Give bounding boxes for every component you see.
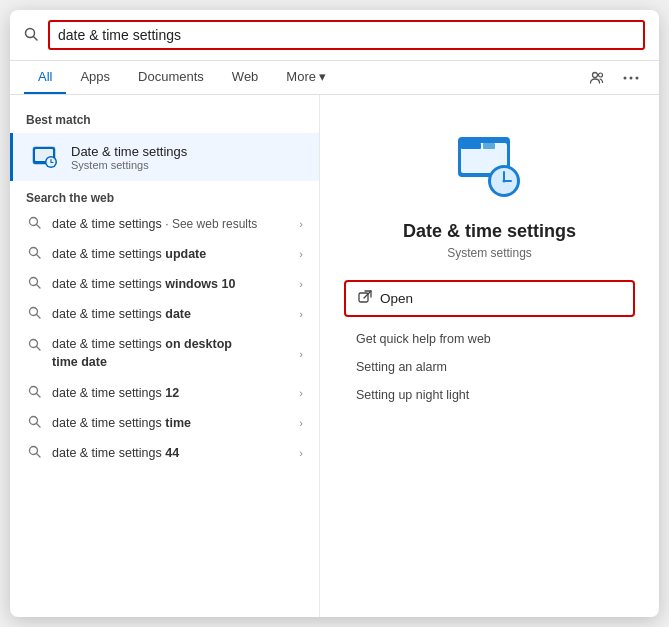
tab-all[interactable]: All [24,61,66,94]
tab-group: All Apps Documents Web More ▾ [24,61,340,94]
result-text: date & time settings · See web results [52,217,257,231]
search-icon [26,276,42,292]
search-icon [24,27,38,44]
result-text: date & time settings date [52,307,191,321]
result-text: date & time settings 44 [52,446,179,460]
svg-line-12 [36,225,40,229]
list-item[interactable]: date & time settings date › [10,299,319,329]
list-item[interactable]: date & time settings windows 10 › [10,269,319,299]
search-input[interactable] [48,20,645,50]
list-item[interactable]: date & time settings 44 › [10,438,319,468]
app-icon [450,125,530,205]
result-text: date & time settings on desktoptime date [52,336,232,371]
left-panel: Best match Date & time settings System s… [10,95,320,617]
alarm-link[interactable]: Setting an alarm [344,353,635,381]
chevron-right-icon: › [299,248,303,260]
people-icon-button[interactable] [583,64,611,92]
chevron-right-icon: › [299,447,303,459]
svg-line-18 [36,315,40,319]
best-match-item[interactable]: Date & time settings System settings [10,133,319,181]
best-match-title: Date & time settings [71,144,187,159]
svg-line-26 [36,454,40,458]
open-label: Open [380,291,413,306]
chevron-right-icon: › [299,278,303,290]
search-icon [26,338,42,354]
tab-documents[interactable]: Documents [124,61,218,94]
result-text: date & time settings time [52,416,191,430]
svg-rect-36 [359,293,368,302]
svg-point-6 [636,76,639,79]
chevron-right-icon: › [299,348,303,360]
svg-point-35 [502,180,505,183]
svg-line-16 [36,285,40,289]
web-search-label: Search the web [10,181,319,209]
svg-line-22 [36,394,40,398]
result-text: date & time settings windows 10 [52,277,235,291]
svg-rect-30 [483,143,495,149]
search-bar [10,10,659,61]
open-external-icon [358,290,372,307]
open-button[interactable]: Open [344,280,635,317]
list-item[interactable]: date & time settings · See web results › [10,209,319,239]
tab-apps[interactable]: Apps [66,61,124,94]
svg-line-24 [36,424,40,428]
svg-point-4 [624,76,627,79]
best-match-label: Best match [10,109,319,133]
app-subtitle: System settings [447,246,532,260]
quick-help-link[interactable]: Get quick help from web [344,325,635,353]
svg-point-3 [599,73,603,77]
tab-bar: All Apps Documents Web More ▾ [10,61,659,95]
svg-line-20 [36,347,40,351]
search-icon [26,445,42,461]
search-icon [26,385,42,401]
best-match-text: Date & time settings System settings [71,144,187,171]
chevron-right-icon: › [299,387,303,399]
result-text: date & time settings 12 [52,386,179,400]
list-item[interactable]: date & time settings update › [10,239,319,269]
search-icon [26,415,42,431]
chevron-right-icon: › [299,308,303,320]
chevron-down-icon: ▾ [319,69,326,84]
svg-rect-29 [461,143,481,149]
svg-point-5 [630,76,633,79]
app-title: Date & time settings [403,221,576,242]
best-match-subtitle: System settings [71,159,187,171]
chevron-right-icon: › [299,417,303,429]
best-match-app-icon [29,141,61,173]
search-icon [26,306,42,322]
result-text: date & time settings update [52,247,206,261]
night-light-link[interactable]: Setting up night light [344,381,635,409]
main-content: Best match Date & time settings System s… [10,95,659,617]
list-item[interactable]: date & time settings time › [10,408,319,438]
svg-point-2 [593,72,598,77]
right-panel: Date & time settings System settings Ope… [320,95,659,617]
chevron-right-icon: › [299,218,303,230]
search-window: All Apps Documents Web More ▾ [10,10,659,617]
tab-more[interactable]: More ▾ [272,61,340,94]
tab-web[interactable]: Web [218,61,273,94]
list-item[interactable]: date & time settings on desktoptime date… [10,329,319,378]
svg-line-1 [34,36,38,40]
list-item[interactable]: date & time settings 12 › [10,378,319,408]
search-icon [26,216,42,232]
tab-actions [583,64,645,92]
more-options-button[interactable] [617,64,645,92]
svg-line-14 [36,255,40,259]
search-icon [26,246,42,262]
